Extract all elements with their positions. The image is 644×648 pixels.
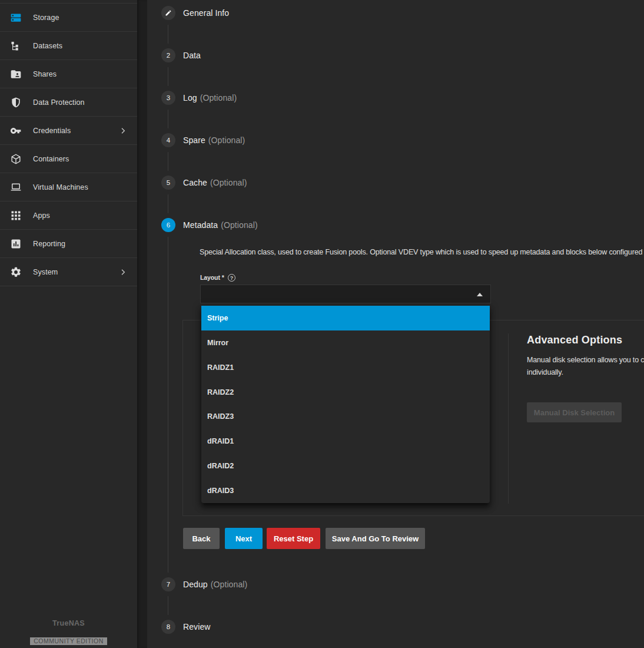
- step-label-text: Spare: [183, 135, 205, 145]
- step-optional-text: (Optional): [211, 580, 247, 589]
- step-connector: [168, 25, 168, 44]
- sidebar-item-label: Datasets: [33, 42, 62, 50]
- sidebar-item-storage[interactable]: Storage: [0, 4, 137, 32]
- step-label-dedup[interactable]: Dedup(Optional): [183, 578, 247, 591]
- sidebar-item-system[interactable]: System: [0, 258, 137, 286]
- sidebar-item-label: Credentials: [33, 127, 71, 135]
- step-circle-cache[interactable]: 5: [161, 176, 175, 190]
- step-label-general-info[interactable]: General Info: [183, 6, 229, 19]
- apps-icon: [9, 209, 22, 222]
- layout-option-draid1[interactable]: dRAID1: [201, 429, 490, 454]
- step-connector: [168, 152, 168, 171]
- sidebar-item-apps[interactable]: Apps: [0, 201, 137, 230]
- virtual-machines-icon: [9, 181, 22, 194]
- step-label-text: Data: [183, 51, 201, 60]
- system-icon: [9, 266, 22, 279]
- chevron-right-icon: [118, 126, 128, 135]
- layout-select[interactable]: [200, 285, 491, 303]
- step-circle-review[interactable]: 8: [161, 620, 175, 634]
- data-protection-icon: [9, 96, 22, 109]
- sidebar-item-credentials[interactable]: Credentials: [0, 117, 137, 145]
- truenas-brand: TrueNAS: [0, 619, 137, 627]
- storage-icon: [9, 11, 22, 24]
- reporting-icon: [9, 237, 22, 250]
- layout-option-raidz1[interactable]: RAIDZ1: [201, 355, 490, 380]
- select-arrow-icon: [477, 293, 483, 296]
- step-label-metadata[interactable]: Metadata(Optional): [183, 219, 258, 232]
- sidebar-item-label: Shares: [33, 70, 57, 78]
- step-circle-spare[interactable]: 4: [161, 133, 175, 147]
- layout-options-dropdown: StripeMirrorRAIDZ1RAIDZ2RAIDZ3dRAID1dRAI…: [201, 306, 490, 503]
- step-circle-data[interactable]: 2: [161, 48, 175, 62]
- pencil-icon: [165, 9, 172, 16]
- step-label-data[interactable]: Data: [183, 49, 201, 62]
- layout-field-label: Layout *: [200, 274, 224, 281]
- step-connector: [168, 596, 168, 615]
- step-optional-text: (Optional): [200, 93, 237, 103]
- layout-option-draid3[interactable]: dRAID3: [201, 478, 490, 503]
- step-label-text: Review: [183, 622, 211, 632]
- credentials-icon: [9, 124, 22, 137]
- step-label-text: General Info: [183, 8, 229, 18]
- step-label-review[interactable]: Review: [183, 620, 211, 633]
- metadata-description: Special Allocation class, used to create…: [200, 248, 644, 256]
- sidebar-item-label: Containers: [33, 155, 69, 163]
- reset-step-button[interactable]: Reset Step: [267, 528, 320, 549]
- sidebar-item-datasets[interactable]: Datasets: [0, 32, 137, 60]
- card-divider: [508, 333, 509, 504]
- step-circle-dedup[interactable]: 7: [161, 577, 175, 591]
- step-label-text: Cache: [183, 178, 207, 187]
- sidebar-item-label: Apps: [33, 211, 50, 220]
- containers-icon: [9, 153, 22, 166]
- step-circle-log[interactable]: 3: [161, 91, 175, 105]
- advanced-options-desc-line2: individually.: [527, 368, 563, 376]
- edition-badge: COMMUNITY EDITION: [30, 637, 107, 645]
- sidebar-nav: StorageDatasetsSharesData ProtectionCred…: [0, 3, 137, 286]
- sidebar-item-label: Data Protection: [33, 98, 85, 107]
- advanced-options-desc-line1: Manual disk selection allows you to crea…: [527, 356, 644, 364]
- layout-option-draid2[interactable]: dRAID2: [201, 454, 490, 478]
- step-optional-text: (Optional): [208, 135, 245, 145]
- step-label-log[interactable]: Log(Optional): [183, 91, 237, 104]
- sidebar-item-label: Storage: [33, 14, 59, 22]
- back-button[interactable]: Back: [183, 528, 220, 549]
- step-connector: [168, 67, 168, 86]
- manual-disk-selection-button[interactable]: Manual Disk Selection: [527, 402, 622, 422]
- shares-icon: [9, 68, 22, 81]
- step-connector: [168, 110, 168, 128]
- layout-option-raidz2[interactable]: RAIDZ2: [201, 380, 490, 405]
- step-label-cache[interactable]: Cache(Optional): [183, 176, 247, 189]
- save-review-button[interactable]: Save And Go To Review: [326, 528, 425, 549]
- sidebar-item-reporting[interactable]: Reporting: [0, 230, 137, 258]
- sidebar-item-label: Reporting: [33, 240, 65, 248]
- step-optional-text: (Optional): [210, 178, 247, 187]
- step-label-text: Dedup: [183, 580, 208, 589]
- edition-badge-wrap: COMMUNITY EDITION: [0, 637, 137, 645]
- step-label-text: Metadata: [183, 220, 218, 230]
- step-circle-general-info[interactable]: [161, 6, 175, 20]
- layout-option-raidz3[interactable]: RAIDZ3: [201, 405, 490, 429]
- sidebar-content-gutter: [137, 0, 147, 648]
- step-label-text: Log: [183, 93, 197, 103]
- sidebar-item-data-protection[interactable]: Data Protection: [0, 88, 137, 117]
- sidebar-item-label: System: [33, 268, 58, 276]
- datasets-icon: [9, 39, 22, 52]
- step-label-spare[interactable]: Spare(Optional): [183, 134, 245, 147]
- layout-option-stripe[interactable]: Stripe: [201, 306, 490, 330]
- sidebar-item-containers[interactable]: Containers: [0, 145, 137, 173]
- layout-option-mirror[interactable]: Mirror: [201, 330, 490, 355]
- sidebar-item-virtual-machines[interactable]: Virtual Machines: [0, 173, 137, 201]
- wizard-buttons: Back Next Reset Step Save And Go To Revi…: [183, 528, 425, 549]
- step-connector: [168, 194, 168, 213]
- step-optional-text: (Optional): [221, 220, 257, 230]
- advanced-options-title: Advanced Options: [527, 334, 622, 346]
- next-button[interactable]: Next: [225, 528, 263, 549]
- layout-help-icon[interactable]: ?: [228, 274, 235, 282]
- sidebar: StorageDatasetsSharesData ProtectionCred…: [0, 0, 137, 648]
- step-connector: [168, 237, 168, 573]
- sidebar-item-label: Virtual Machines: [33, 183, 88, 191]
- step-circle-metadata[interactable]: 6: [161, 218, 175, 232]
- chevron-right-icon: [118, 267, 128, 277]
- sidebar-item-shares[interactable]: Shares: [0, 60, 137, 88]
